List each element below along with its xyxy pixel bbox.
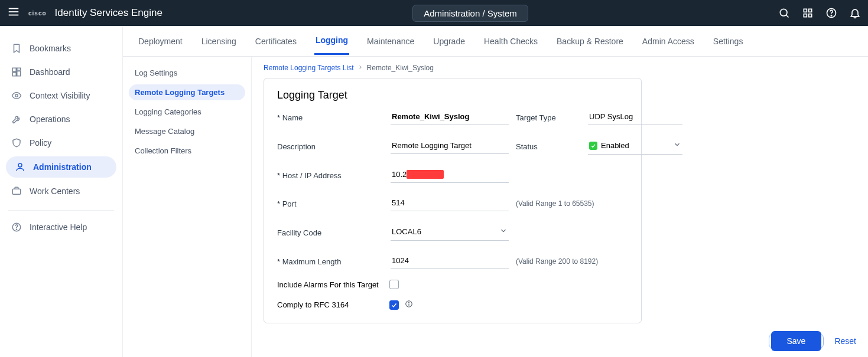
sidebar-item-label: Operations (30, 114, 70, 124)
svg-rect-6 (809, 9, 812, 12)
target-type-value: UDP SysLog (588, 110, 682, 125)
save-button-wrap: Save (769, 333, 824, 349)
host-field[interactable]: 10.2xxxxxxxxx (391, 168, 509, 183)
sidebar-item-bookmarks[interactable]: Bookmarks (0, 37, 122, 60)
brand-title: Identity Services Engine (55, 7, 162, 19)
facility-dropdown[interactable]: LOCAL6 (391, 224, 509, 241)
status-dropdown[interactable]: Enabled (588, 138, 682, 155)
sidebar-item-dashboard[interactable]: Dashboard (0, 60, 122, 84)
label-max-length: * Maximum Length (277, 257, 383, 266)
sidebar-item-label: Dashboard (30, 67, 70, 77)
label-status: Status (516, 142, 581, 151)
page-context-chip: Administration / System (412, 5, 528, 22)
sidebar-item-administration[interactable]: Administration (6, 156, 116, 178)
svg-rect-13 (17, 71, 21, 76)
tab-certificates[interactable]: Certificates (254, 28, 298, 54)
sidebar-item-work-centers[interactable]: Work Centers (0, 179, 122, 203)
tab-upgrade[interactable]: Upgrade (432, 28, 466, 54)
status-value: Enabled (601, 141, 629, 150)
max-length-field[interactable] (391, 254, 509, 269)
notifications-icon[interactable] (849, 7, 861, 19)
svg-rect-14 (12, 73, 16, 76)
cisco-logo: cisco (26, 10, 49, 17)
help-icon[interactable] (825, 7, 837, 19)
apps-icon[interactable] (802, 7, 814, 19)
secondary-tabs: Deployment Licensing Certificates Loggin… (123, 26, 868, 57)
content-area: Remote Logging Targets List Remote_Kiwi_… (252, 57, 868, 357)
chevron-right-icon (357, 64, 363, 72)
sidebar-item-interactive-help[interactable]: Interactive Help (0, 215, 122, 239)
label-host: * Host / IP Address (277, 171, 383, 180)
host-value-prefix: 10.2 (392, 170, 407, 179)
svg-rect-8 (809, 14, 812, 17)
search-icon[interactable] (778, 7, 790, 19)
tab-maintenance[interactable]: Maintenance (366, 28, 415, 54)
subnav-item-log-settings[interactable]: Log Settings (129, 65, 245, 81)
info-icon[interactable] (405, 300, 413, 310)
sidebar-item-operations[interactable]: Operations (0, 107, 122, 131)
port-field[interactable] (391, 196, 509, 211)
subnav-item-collection-filters[interactable]: Collection Filters (129, 143, 245, 159)
svg-point-16 (18, 163, 22, 167)
visibility-icon (11, 90, 22, 101)
sidebar-item-label: Administration (33, 162, 92, 172)
svg-point-3 (780, 9, 787, 16)
admin-icon (14, 161, 26, 173)
workcenters-icon (11, 185, 22, 197)
top-icon-group (778, 7, 861, 19)
facility-value: LOCAL6 (392, 227, 421, 236)
shield-icon (11, 137, 22, 149)
sidebar: Bookmarks Dashboard Context Visibility O… (0, 26, 123, 357)
label-target-type: Target Type (516, 113, 581, 122)
description-field[interactable] (391, 139, 509, 154)
svg-line-4 (786, 15, 789, 18)
tab-licensing[interactable]: Licensing (200, 28, 238, 54)
svg-point-10 (831, 15, 831, 16)
tab-admin-access[interactable]: Admin Access (641, 28, 695, 54)
status-enabled-icon (589, 142, 597, 150)
comply-rfc-checkbox[interactable] (389, 300, 399, 310)
subnav-item-message-catalog[interactable]: Message Catalog (129, 123, 245, 139)
include-alarms-checkbox[interactable] (389, 280, 399, 289)
question-icon (11, 221, 22, 233)
bookmark-icon (11, 42, 22, 54)
tab-health-checks[interactable]: Health Checks (483, 28, 539, 54)
sidebar-item-label: Interactive Help (30, 222, 87, 232)
save-button[interactable]: Save (771, 331, 822, 351)
svg-point-15 (15, 94, 18, 97)
subnav: Log Settings Remote Logging Targets Logg… (123, 57, 252, 357)
name-field[interactable] (391, 110, 509, 125)
subnav-item-remote-logging-targets[interactable]: Remote Logging Targets (129, 84, 245, 100)
sidebar-item-context-visibility[interactable]: Context Visibility (0, 84, 122, 107)
panel-title: Logging Target (277, 89, 628, 101)
svg-rect-11 (12, 68, 16, 71)
top-bar: cisco Identity Services Engine Administr… (0, 0, 868, 26)
logging-target-panel: Logging Target * Name Target Type UDP Sy… (264, 78, 642, 323)
svg-rect-5 (804, 9, 807, 12)
label-port: * Port (277, 199, 383, 208)
label-facility: Facility Code (277, 228, 383, 237)
svg-point-22 (409, 302, 409, 303)
label-description: Description (277, 142, 383, 151)
tab-settings[interactable]: Settings (712, 28, 745, 54)
sidebar-item-policy[interactable]: Policy (0, 131, 122, 155)
host-value-redacted: xxxxxxxxx (407, 170, 444, 179)
menu-icon[interactable] (7, 5, 20, 21)
svg-point-19 (16, 229, 17, 230)
sidebar-item-label: Policy (30, 138, 51, 148)
subnav-item-logging-categories[interactable]: Logging Categories (129, 104, 245, 120)
breadcrumb-link[interactable]: Remote Logging Targets List (264, 64, 354, 72)
sidebar-divider (8, 210, 114, 211)
breadcrumb: Remote Logging Targets List Remote_Kiwi_… (264, 64, 856, 72)
sidebar-item-label: Bookmarks (30, 44, 71, 53)
label-comply-rfc: Comply to RFC 3164 (277, 300, 383, 309)
chevron-down-icon (673, 140, 681, 150)
tab-logging[interactable]: Logging (314, 27, 349, 55)
tab-deployment[interactable]: Deployment (137, 28, 184, 54)
wrench-icon (11, 113, 22, 125)
tab-backup-restore[interactable]: Backup & Restore (555, 28, 625, 54)
svg-rect-12 (17, 68, 21, 70)
reset-button[interactable]: Reset (834, 336, 856, 346)
sidebar-item-label: Work Centers (30, 186, 80, 196)
chevron-down-icon (499, 227, 508, 237)
